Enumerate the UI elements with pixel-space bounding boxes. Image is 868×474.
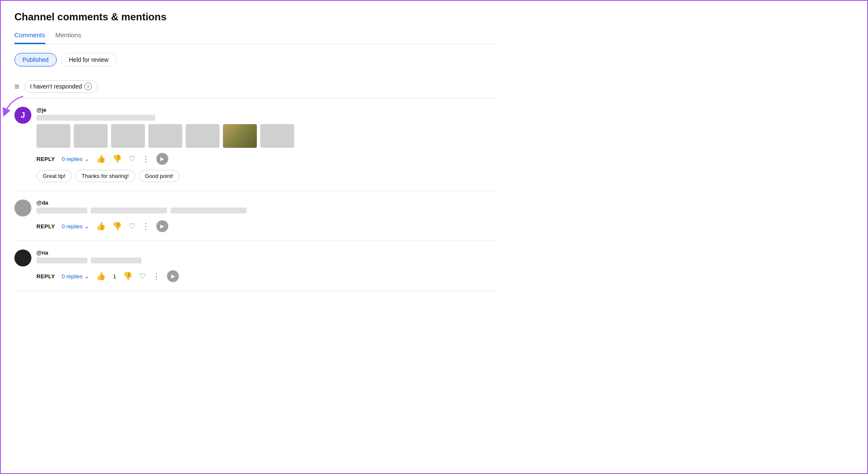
- chevron-down-icon: ⌄: [84, 223, 89, 230]
- like-icon[interactable]: 👍: [96, 272, 106, 281]
- comment-text-blur: [91, 258, 142, 263]
- quick-reply-great-tip[interactable]: Great tip!: [36, 170, 72, 182]
- dislike-icon[interactable]: 👎: [112, 222, 122, 231]
- avatar: [14, 200, 31, 216]
- more-options-icon[interactable]: ⋮: [142, 222, 150, 231]
- send-icon[interactable]: ▶: [156, 220, 168, 232]
- heart-icon[interactable]: ♡: [128, 154, 135, 164]
- comment-body: @je REPLY 0 replies ⌄: [36, 107, 496, 182]
- dislike-icon[interactable]: 👎: [112, 154, 122, 164]
- replies-toggle[interactable]: 0 replies ⌄: [62, 155, 89, 162]
- like-icon[interactable]: 👍: [96, 154, 106, 164]
- like-icon[interactable]: 👍: [96, 222, 106, 231]
- quick-reply-good-point[interactable]: Good point!: [139, 170, 180, 182]
- comment-body: @da REPLY 0 replies ⌄ 👍 👎 ♡ ⋮ ▶: [36, 200, 496, 232]
- comment-username: @na: [36, 249, 496, 256]
- avatar: J: [14, 107, 31, 124]
- comment-username: @da: [36, 200, 496, 206]
- heart-icon[interactable]: ♡: [139, 272, 146, 281]
- filter-chip-close-button[interactable]: ×: [84, 83, 92, 90]
- avatar: [14, 249, 31, 266]
- thumbnail: [260, 124, 294, 148]
- send-icon[interactable]: ▶: [156, 153, 168, 165]
- comment-username: @je: [36, 107, 496, 113]
- comment-row: @da REPLY 0 replies ⌄ 👍 👎 ♡ ⋮ ▶: [14, 191, 496, 241]
- quick-reply-thanks[interactable]: Thanks for sharing!: [75, 170, 135, 182]
- replies-count-label: 0 replies: [62, 156, 83, 162]
- thumbnail: [36, 124, 70, 148]
- comment-actions: REPLY 0 replies ⌄ 👍 👎 ♡ ⋮ ▶: [36, 220, 496, 232]
- reply-button[interactable]: REPLY: [36, 273, 55, 280]
- filter-chip-havent-responded[interactable]: I haven't responded ×: [25, 80, 98, 93]
- filter-tab-held[interactable]: Held for review: [61, 53, 117, 67]
- comment-text-blur: [36, 258, 87, 263]
- page-title: Channel comments & mentions: [14, 11, 496, 23]
- comment-body: @na REPLY 0 replies ⌄ 👍 1 👎 ♡ ⋮ ▶: [36, 249, 496, 282]
- replies-toggle[interactable]: 0 replies ⌄: [62, 223, 89, 230]
- thumbnail: [223, 124, 257, 148]
- reply-button[interactable]: REPLY: [36, 156, 55, 162]
- dislike-icon[interactable]: 👎: [123, 272, 132, 281]
- comments-filter-row: ≡ I haven't responded ×: [14, 75, 496, 98]
- thumbnail: [186, 124, 220, 148]
- chevron-down-icon: ⌄: [84, 273, 89, 280]
- thumbnail: [111, 124, 145, 148]
- chevron-down-icon: ⌄: [84, 155, 89, 162]
- send-icon[interactable]: ▶: [167, 270, 179, 282]
- like-count: 1: [113, 273, 116, 280]
- filter-tabs: Published Held for review: [14, 53, 496, 67]
- comment-text-blur: [36, 115, 155, 121]
- tab-mentions[interactable]: Mentions: [56, 31, 81, 44]
- thumbnail: [148, 124, 182, 148]
- more-options-icon[interactable]: ⋮: [153, 272, 160, 281]
- comment-actions: REPLY 0 replies ⌄ 👍 👎 ♡ ⋮ ▶: [36, 153, 496, 165]
- comment-text-blur: [36, 208, 87, 213]
- comment-text-blur: [170, 208, 247, 213]
- comment-thumbnails: [36, 124, 496, 148]
- tab-comments[interactable]: Comments: [14, 31, 45, 44]
- comment-actions: REPLY 0 replies ⌄ 👍 1 👎 ♡ ⋮ ▶: [36, 270, 496, 282]
- comment-row: @na REPLY 0 replies ⌄ 👍 1 👎 ♡ ⋮ ▶: [14, 241, 496, 291]
- filter-sort-icon[interactable]: ≡: [14, 82, 19, 91]
- filter-tab-published[interactable]: Published: [14, 53, 57, 67]
- replies-toggle[interactable]: 0 replies ⌄: [62, 273, 89, 280]
- more-options-icon[interactable]: ⋮: [142, 154, 150, 164]
- thumbnail: [74, 124, 108, 148]
- quick-replies: Great tip! Thanks for sharing! Good poin…: [36, 170, 496, 182]
- replies-count-label: 0 replies: [62, 223, 83, 230]
- comment-row: J @je REPLY 0 replies ⌄: [14, 98, 496, 191]
- replies-count-label: 0 replies: [62, 273, 83, 280]
- heart-icon[interactable]: ♡: [128, 222, 135, 231]
- comment-text-blur: [91, 208, 167, 213]
- reply-button[interactable]: REPLY: [36, 223, 55, 230]
- filter-chip-label: I haven't responded: [30, 83, 82, 90]
- main-tabs: Comments Mentions: [14, 31, 496, 44]
